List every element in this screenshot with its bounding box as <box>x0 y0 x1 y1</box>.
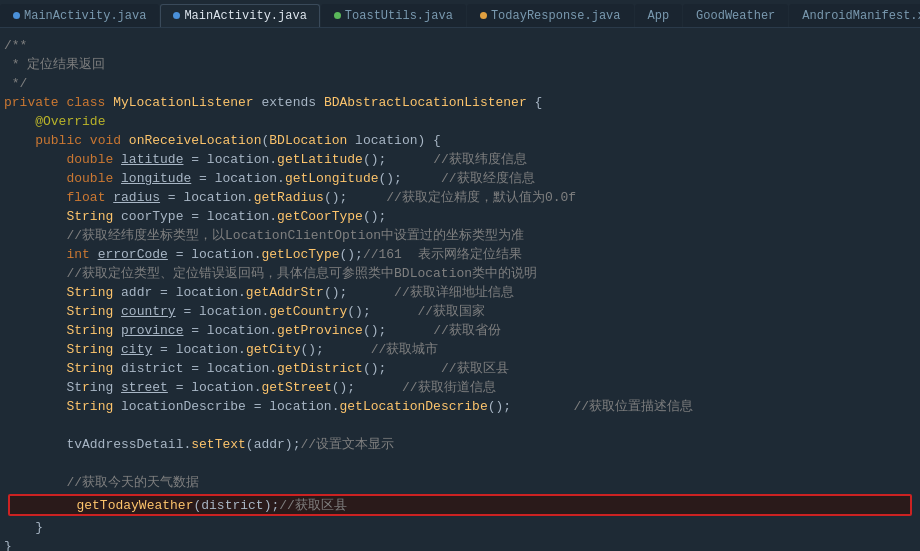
tab-mainactivity2[interactable]: MainActivity.java <box>160 4 319 27</box>
code-line <box>0 416 920 435</box>
tab-toastutils[interactable]: ToastUtils.java <box>321 4 466 27</box>
tab-bar: MainActivity.java MainActivity.java Toas… <box>0 0 920 28</box>
code-line: private class MyLocationListener extends… <box>0 93 920 112</box>
code-line: tvAddressDetail.setText(addr);//设置文本显示 <box>0 435 920 454</box>
code-line: float radius = location.getRadius(); //获… <box>0 188 920 207</box>
tab-goodweather[interactable]: GoodWeather <box>683 4 788 27</box>
code-line: int errorCode = location.getLocType();//… <box>0 245 920 264</box>
tab-dot <box>480 12 487 19</box>
code-line: String locationDescribe = location.getLo… <box>0 397 920 416</box>
highlighted-line-wrapper: getTodayWeather(district);//获取区县 <box>0 492 920 518</box>
code-line: String province = location.getProvince()… <box>0 321 920 340</box>
highlighted-code-line: getTodayWeather(district);//获取区县 <box>8 494 912 516</box>
code-line: //获取今天的天气数据 <box>0 473 920 492</box>
code-line: String coorType = location.getCoorType()… <box>0 207 920 226</box>
code-line: String country = location.getCountry(); … <box>0 302 920 321</box>
code-editor: /** * 定位结果返回 */ private class MyLocation… <box>0 28 920 551</box>
tab-androidmanifest[interactable]: AndroidManifest.xml <box>789 4 920 27</box>
code-line: String addr = location.getAddrStr(); //获… <box>0 283 920 302</box>
tab-dot <box>334 12 341 19</box>
tab-todayresponse[interactable]: TodayResponse.java <box>467 4 634 27</box>
tab-app[interactable]: App <box>635 4 683 27</box>
code-line: //获取经纬度坐标类型，以LocationClientOption中设置过的坐标… <box>0 226 920 245</box>
code-line <box>0 454 920 473</box>
code-line: public void onReceiveLocation(BDLocation… <box>0 131 920 150</box>
code-line: @Override <box>0 112 920 131</box>
code-line: } <box>0 537 920 551</box>
code-line: } <box>0 518 920 537</box>
code-line: String city = location.getCity(); //获取城市 <box>0 340 920 359</box>
code-line: * 定位结果返回 <box>0 55 920 74</box>
code-line: double longitude = location.getLongitude… <box>0 169 920 188</box>
code-line: /** <box>0 36 920 55</box>
code-line: String street = location.getStreet(); //… <box>0 378 920 397</box>
tab-dot <box>173 12 180 19</box>
code-line: */ <box>0 74 920 93</box>
tab-dot <box>13 12 20 19</box>
tab-mainactivity1[interactable]: MainActivity.java <box>0 4 159 27</box>
code-line: //获取定位类型、定位错误返回码，具体信息可参照类中BDLocation类中的说… <box>0 264 920 283</box>
code-line: double latitude = location.getLatitude()… <box>0 150 920 169</box>
code-line: String district = location.getDistrict()… <box>0 359 920 378</box>
